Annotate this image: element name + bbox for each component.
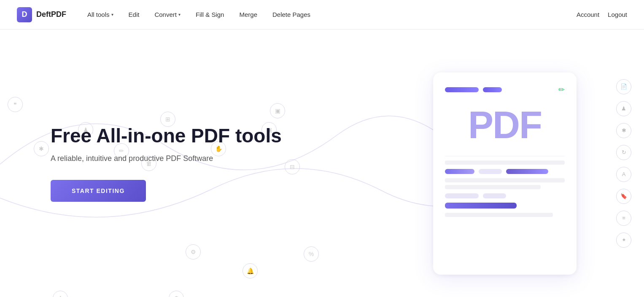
main-nav: All tools ▾ Edit Convert ▾ Fill & Sign M… [87,11,577,18]
nav-fill-sign[interactable]: Fill & Sign [196,11,224,18]
right-icons-column: 📄 ♟ ✱ ↻ A 🔖 ≡ ✦ [616,79,631,248]
hero-content: Free All-in-one PDF tools A reliable, in… [51,125,282,202]
card-row-3 [445,203,565,209]
card-top-bar: ✏ [445,85,565,94]
header: D DeftPDF All tools ▾ Edit Convert ▾ Fil… [0,0,644,29]
card-pill-long [445,203,517,209]
card-bar-small [483,87,502,92]
card-line-3 [445,185,541,189]
card-pill-grad1 [445,169,474,174]
right-icon-puzzle: ✱ [616,123,631,138]
nav-edit[interactable]: Edit [129,11,140,18]
right-icon-rotate: ↻ [616,145,631,160]
hero-section: ❝ ♟ ⊞ ▣ ▣ ✱ 🗑 ✋ ⊟ ⚙ 🔔 % ♟ ⚙ ✏ Free All-i… [0,29,644,297]
nav-convert[interactable]: Convert ▾ [154,11,181,18]
card-pencil-icon: ✏ [558,85,565,94]
card-pdf-label: PDF [445,106,565,144]
logout-link[interactable]: Logout [608,11,627,18]
card-line-2 [445,178,565,182]
logo-icon: D [17,7,32,22]
card-line-4 [445,213,553,217]
right-icon-bar: ≡ [616,211,631,226]
card-pill-grad2 [506,169,548,174]
card-pill-light3 [483,193,506,198]
nav-merge[interactable]: Merge [239,11,257,18]
logo-link[interactable]: D DeftPDF [17,7,66,22]
right-icon-doc: 📄 [616,79,631,94]
card-divider-1 [445,156,565,157]
right-icon-person: ♟ [616,101,631,116]
right-icon-text: A [616,167,631,182]
nav-delete-pages[interactable]: Delete Pages [272,11,310,18]
card-pill-light2 [445,193,479,198]
card-pill-light1 [479,169,502,174]
card-bar-blue [445,87,479,92]
card-row-1 [445,169,565,174]
card-row-2 [445,193,565,198]
right-icon-bookmark: 🔖 [616,189,631,204]
logo-name: DeftPDF [36,10,66,19]
right-icon-star: ✦ [616,233,631,248]
start-editing-button[interactable]: START EDITING [51,180,146,202]
hero-title: Free All-in-one PDF tools [51,125,282,147]
hero-subtitle: A reliable, intuitive and productive PDF… [51,154,282,163]
nav-all-tools[interactable]: All tools ▾ [87,11,113,18]
chevron-down-icon: ▾ [111,12,113,17]
hero-card: ✏ PDF [433,72,577,275]
chevron-down-icon: ▾ [178,12,181,17]
header-right: Account Logout [577,11,627,18]
account-link[interactable]: Account [577,11,599,18]
card-line-1 [445,161,565,165]
